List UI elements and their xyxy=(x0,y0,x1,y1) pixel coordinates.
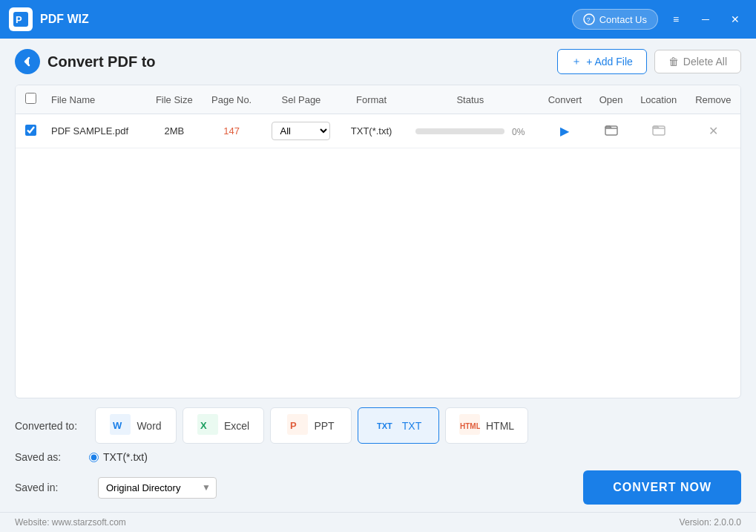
col-pageno: Page No. xyxy=(202,85,261,114)
txt-format-icon: TXT xyxy=(375,414,396,437)
format-buttons: W Word X Excel P PPT TXT TXT HTML HTML xyxy=(95,407,528,444)
header-row: Convert PDF to ＋ + Add File 🗑 Delete All xyxy=(15,49,741,74)
html-format-label: HTML xyxy=(486,420,514,432)
add-file-icon: ＋ xyxy=(571,55,582,68)
svg-text:W: W xyxy=(113,420,122,431)
col-remove: Remove xyxy=(686,85,740,114)
add-file-label: + Add File xyxy=(586,56,633,68)
format-button-html[interactable]: HTML HTML xyxy=(445,407,528,444)
minimize-button[interactable]: ─ xyxy=(694,7,717,31)
word-format-label: Word xyxy=(137,420,161,432)
delete-all-button[interactable]: 🗑 Delete All xyxy=(654,50,741,73)
open-file-button[interactable] xyxy=(605,123,618,139)
excel-format-icon: X xyxy=(197,414,218,437)
row-pageno: 147 xyxy=(202,114,261,148)
format-button-word[interactable]: W Word xyxy=(95,407,177,444)
ppt-format-icon: P xyxy=(287,414,308,437)
menu-button[interactable]: ≡ xyxy=(664,7,688,31)
title-bar: P PDF WIZ ? Contact Us ≡ ─ ✕ xyxy=(0,0,756,39)
converted-to-row: Converted to: W Word X Excel P PPT TXT T… xyxy=(15,407,741,444)
row-filesize: 2MB xyxy=(146,114,202,148)
col-filesize: File Size xyxy=(146,85,202,114)
col-open: Open xyxy=(591,85,631,114)
converted-to-label: Converted to: xyxy=(15,420,89,432)
contact-us-button[interactable]: ? Contact Us xyxy=(572,9,658,30)
col-format: Format xyxy=(341,85,401,114)
row-filename: PDF SAMPLE.pdf xyxy=(45,114,146,148)
directory-select[interactable]: Original DirectoryCustom Directory xyxy=(98,477,217,499)
add-file-button[interactable]: ＋ + Add File xyxy=(557,49,647,74)
svg-text:P: P xyxy=(16,14,22,25)
file-table: File Name File Size Page No. Sel Page Fo… xyxy=(16,85,740,148)
row-checkbox-cell[interactable] xyxy=(16,114,45,148)
row-open[interactable] xyxy=(591,114,631,148)
saved-as-option[interactable]: TXT(*.txt) xyxy=(89,451,148,463)
bottom-section: Converted to: W Word X Excel P PPT TXT T… xyxy=(15,398,741,505)
title-bar-actions: ? Contact Us ≡ ─ ✕ xyxy=(572,7,747,31)
table-row: PDF SAMPLE.pdf 2MB 147 All Custom TXT(*.… xyxy=(16,114,740,148)
saved-as-row: Saved as: TXT(*.txt) xyxy=(15,451,741,463)
contact-us-label: Contact Us xyxy=(599,14,647,25)
table-header-row: File Name File Size Page No. Sel Page Fo… xyxy=(16,85,740,114)
select-all-checkbox[interactable] xyxy=(25,93,36,104)
html-format-icon: HTML xyxy=(459,414,480,437)
col-location: Location xyxy=(631,85,686,114)
col-selpage: Sel Page xyxy=(261,85,341,114)
convert-now-button[interactable]: CONVERT NOW xyxy=(583,470,741,505)
saved-as-radio[interactable] xyxy=(89,453,99,462)
saved-in-convert-row: Saved in: Original DirectoryCustom Direc… xyxy=(15,470,741,505)
trash-icon: 🗑 xyxy=(668,56,679,68)
svg-text:?: ? xyxy=(586,16,590,24)
saved-as-label: Saved as: xyxy=(15,451,89,463)
file-table-container: File Name File Size Page No. Sel Page Fo… xyxy=(15,85,741,398)
svg-text:P: P xyxy=(290,420,297,431)
txt-format-label: TXT xyxy=(402,420,421,432)
location-folder-button[interactable] xyxy=(652,123,665,139)
row-location[interactable] xyxy=(631,114,686,148)
close-button[interactable]: ✕ xyxy=(723,7,747,31)
row-checkbox[interactable] xyxy=(25,125,36,136)
convert-play-button[interactable]: ▶ xyxy=(560,124,569,138)
saved-in-section: Saved in: Original DirectoryCustom Direc… xyxy=(15,477,217,499)
sel-page-select[interactable]: All Custom xyxy=(272,122,330,140)
row-format: TXT(*.txt) xyxy=(341,114,401,148)
remove-button[interactable]: ✕ xyxy=(709,124,718,138)
version-label: Version: 2.0.0.0 xyxy=(680,517,741,528)
directory-select-wrap: Original DirectoryCustom Directory ▼ xyxy=(98,477,217,499)
row-selpage[interactable]: All Custom xyxy=(261,114,341,148)
website-label: Website: www.starzsoft.com xyxy=(15,517,126,528)
progress-percent: 0% xyxy=(512,126,525,137)
row-remove[interactable]: ✕ xyxy=(686,114,740,148)
svg-text:X: X xyxy=(200,420,207,431)
app-title: PDF WIZ xyxy=(40,13,572,26)
progress-bar-wrap xyxy=(415,128,504,134)
row-status: 0% xyxy=(401,114,539,148)
excel-format-label: Excel xyxy=(224,420,249,432)
footer: Website: www.starzsoft.com Version: 2.0.… xyxy=(0,512,756,532)
app-logo: P xyxy=(9,7,33,31)
ppt-format-label: PPT xyxy=(314,420,334,432)
format-button-excel[interactable]: X Excel xyxy=(183,407,264,444)
main-content: Convert PDF to ＋ + Add File 🗑 Delete All… xyxy=(0,39,756,512)
col-status: Status xyxy=(401,85,539,114)
col-checkbox xyxy=(16,85,45,114)
row-convert[interactable]: ▶ xyxy=(539,114,591,148)
svg-text:TXT: TXT xyxy=(377,421,392,430)
saved-as-value: TXT(*.txt) xyxy=(103,451,148,463)
col-filename: File Name xyxy=(45,85,146,114)
format-button-txt[interactable]: TXT TXT xyxy=(358,407,439,444)
col-convert: Convert xyxy=(539,85,591,114)
format-button-ppt[interactable]: P PPT xyxy=(270,407,352,444)
svg-text:HTML: HTML xyxy=(460,422,480,430)
back-button[interactable] xyxy=(15,49,40,74)
page-title: Convert PDF to xyxy=(47,53,550,70)
word-format-icon: W xyxy=(110,414,131,437)
delete-all-label: Delete All xyxy=(683,56,727,68)
saved-in-label: Saved in: xyxy=(15,482,89,493)
